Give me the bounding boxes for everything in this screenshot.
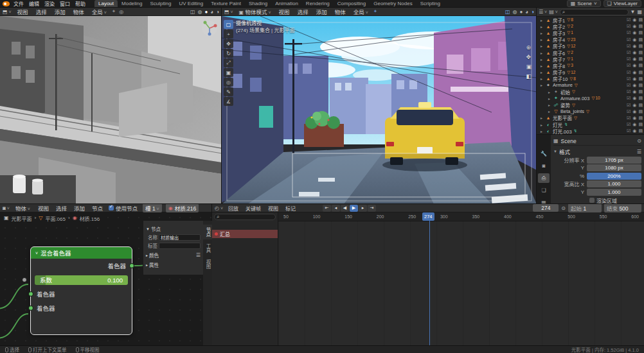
collapse-icon[interactable]: ▼ (146, 227, 150, 231)
tab-render[interactable]: ◙ (538, 161, 550, 171)
tool-button[interactable]: + (224, 30, 233, 39)
nav-gizmo[interactable] (201, 20, 218, 37)
channel-search-input[interactable]: ⌕ (214, 214, 276, 220)
outliner-row[interactable]: ▸ Beta_joints ☑ ◉ ▤ (537, 108, 644, 115)
camera-view-icon[interactable]: ▣ (526, 64, 532, 70)
shading-material-icon[interactable]: ◕ (525, 9, 528, 15)
tool-button[interactable]: ▢ (224, 20, 233, 29)
eye-icon[interactable]: ◉ (632, 24, 636, 29)
transform-orientation[interactable]: 全局 (352, 8, 370, 15)
expand-arrow-icon[interactable]: ▸ (548, 90, 551, 94)
frame-start-field[interactable]: 起始 1 (568, 203, 602, 212)
eye-icon[interactable]: ◉ (632, 17, 636, 22)
view-layer-selector[interactable]: ❏ViewLayer (604, 0, 641, 7)
shader-type-dropdown[interactable]: 物体 (13, 204, 32, 212)
workspace-tab[interactable]: Modeling (118, 0, 146, 7)
camera-visibility-icon[interactable]: ▤ (638, 56, 643, 62)
aspect-x-field[interactable]: 1.000 (587, 180, 641, 187)
eye-icon[interactable]: ◉ (632, 44, 636, 49)
current-frame-field[interactable]: 274 (533, 204, 559, 212)
checkbox-icon[interactable]: ☑ (627, 109, 631, 114)
filter-icon[interactable]: ▼ (631, 9, 636, 15)
aspect-y-field[interactable]: 1.000 (587, 189, 641, 196)
workspace-tab[interactable]: Scripting (416, 0, 444, 7)
visibility-toggles[interactable]: ☑ ◉ ▤ (627, 76, 643, 82)
visibility-toggles[interactable]: ☑ ◉ ▤ (627, 44, 643, 49)
checkbox-icon[interactable]: ☑ (627, 56, 631, 62)
snap-magnet-icon[interactable]: ⌖ (374, 8, 377, 15)
viewport-camera-canvas[interactable]: 摄像机透视 (274) 场景集合 | 光影平面 ▢+✥↻⤢▣◎✎∡ (222, 16, 537, 204)
tool-button[interactable]: ⤢ (224, 58, 233, 67)
topbar-menu-item[interactable]: 渲染 (42, 0, 57, 7)
editor-type-icon[interactable]: ◴ (215, 205, 223, 211)
workspace-tab[interactable]: Sculpting (147, 0, 175, 7)
collapse-icon[interactable]: ▸ (146, 253, 148, 257)
outliner-row[interactable]: ▸ 初始 ☑ ◉ ▤ (537, 89, 644, 95)
input-socket-1[interactable] (28, 291, 33, 297)
shader-menu-item[interactable]: 视图 (36, 204, 51, 212)
shader-menu-item[interactable]: 节点 (90, 204, 105, 212)
viewport-solid-canvas[interactable] (0, 16, 222, 204)
checkbox-icon[interactable]: ☑ (627, 17, 631, 22)
overlays-icon[interactable]: ◫ (190, 9, 195, 15)
transport-button[interactable]: ▶ (350, 205, 358, 212)
camera-visibility-icon[interactable]: ▤ (638, 122, 643, 127)
display-mode-icon[interactable]: ▤ (549, 9, 558, 15)
tool-button[interactable]: ▣ (224, 68, 233, 77)
shader-menu-item[interactable]: 选择 (54, 204, 69, 212)
expand-arrow-icon[interactable]: ▸ (541, 116, 544, 120)
visibility-toggles[interactable]: ☑ ◉ ▤ (627, 17, 643, 22)
outliner-row[interactable]: ▸ 光影平面 ☑ ◉ ▤ (537, 115, 644, 121)
pin-icon[interactable]: ⊙ (637, 138, 641, 144)
outliner-search-input[interactable]: ⌕ (560, 9, 629, 15)
visibility-toggles[interactable]: ☑ ◉ ▤ (627, 96, 643, 101)
checkbox-icon[interactable]: ☑ (627, 70, 631, 75)
visibility-toggles[interactable]: ☑ ◉ ▤ (627, 128, 643, 133)
shading-material-icon[interactable]: ◕ (210, 9, 213, 15)
transport-button[interactable]: ◀ (341, 205, 349, 212)
expand-arrow-icon[interactable]: ▸ (541, 24, 544, 29)
visibility-toggles[interactable]: ☑ ◉ ▤ (627, 83, 643, 88)
viewport-nav-icons[interactable]: ⊕ ✥ ▣ ◧ (526, 44, 532, 80)
presets-icon[interactable]: ☰ (637, 149, 641, 155)
outliner-row[interactable]: ▸ 房子9 12 ☑ ◉ ▤ (537, 69, 644, 76)
viewport-menu-item[interactable]: 物体 (333, 8, 348, 15)
expand-arrow-icon[interactable]: ▸ (548, 96, 551, 101)
outliner-row[interactable]: ▸ 灯光.003 ☑ ◉ ▤ (537, 128, 644, 134)
sidebar-tab[interactable]: 节点 (203, 225, 212, 239)
sidebar-tab[interactable]: 工具 (203, 241, 212, 255)
eye-icon[interactable]: ◉ (632, 30, 636, 35)
eye-icon[interactable]: ◉ (632, 116, 636, 121)
editor-type-icon[interactable]: ☰ (539, 9, 547, 15)
camera-visibility-icon[interactable]: ▤ (638, 50, 643, 55)
workspace-tab[interactable]: Shading (245, 0, 271, 7)
outliner-row[interactable]: ▸ 灯光 ☑ ◉ ▤ (537, 121, 644, 128)
checkbox-icon[interactable]: ☑ (627, 128, 631, 133)
workspace-tab[interactable]: UV Editing (175, 0, 207, 7)
editor-type-icon[interactable]: ⬒ (3, 9, 12, 15)
viewport-menu-item[interactable]: 添加 (53, 8, 67, 15)
visibility-toggles[interactable]: ☑ ◉ ▤ (627, 37, 643, 42)
viewport-menu-item[interactable]: 物体 (71, 8, 86, 15)
res-x-field[interactable]: 1705 px (587, 157, 641, 164)
input-socket-2[interactable] (28, 306, 33, 311)
transport-button[interactable]: ◂ (332, 205, 340, 212)
checkbox-icon[interactable]: ☑ (627, 76, 631, 82)
tab-output[interactable]: ⎙ (538, 173, 550, 183)
node-header[interactable]: ˅混合着色器 (31, 247, 132, 259)
transport-button[interactable]: ⇥ (368, 205, 376, 212)
expand-arrow-icon[interactable]: ▸ (541, 70, 544, 74)
camera-visibility-icon[interactable]: ▤ (638, 96, 643, 101)
checkbox-icon[interactable]: ☑ (627, 63, 631, 68)
shading-rendered-icon[interactable]: ◑ (216, 9, 219, 15)
visibility-toggles[interactable]: ☑ ◉ ▤ (627, 50, 643, 55)
eye-icon[interactable]: ◉ (632, 50, 636, 55)
viewport-menu-item[interactable]: 选择 (296, 8, 310, 15)
workspace-tab[interactable]: Texture Paint (207, 0, 245, 7)
expand-arrow-icon[interactable]: ▸ (541, 37, 544, 42)
timeline-menu-item[interactable]: 标记 (283, 205, 298, 212)
checkbox-icon[interactable]: ☑ (627, 122, 631, 127)
eye-icon[interactable]: ◉ (632, 76, 636, 82)
visibility-toggles[interactable]: ☑ ◉ ▤ (627, 70, 643, 75)
snap-icon[interactable]: ⌖ (112, 8, 116, 15)
